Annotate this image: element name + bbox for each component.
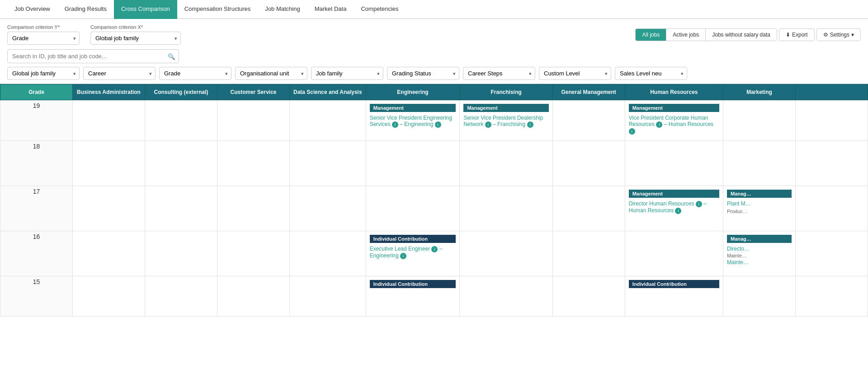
general-management-header: General Management	[552, 84, 625, 100]
data-science-header: Data Science and Analysis	[290, 84, 366, 100]
info-icon-7[interactable]: i	[696, 201, 702, 207]
export-button[interactable]: ⬇ Export	[779, 28, 815, 41]
job-sub-franchising: – Franchising	[493, 121, 525, 127]
job-link-svp-engineering[interactable]: Senior Vice President Engineering Servic…	[370, 114, 456, 129]
info-icon-9[interactable]: i	[431, 246, 438, 252]
info-icon-10[interactable]: i	[400, 253, 406, 259]
cell-17-more	[795, 186, 868, 231]
job-family-filter: Job family	[311, 67, 383, 80]
grade-filter: Grade	[159, 67, 231, 80]
cell-17-business-admin	[73, 186, 145, 231]
grade-select[interactable]: Grade	[159, 67, 231, 80]
sales-level-select[interactable]: Sales Level neu	[615, 67, 687, 80]
job-link-director-hr[interactable]: Director Human Resources i – Human Resou…	[629, 200, 719, 215]
cell-18-more	[795, 141, 868, 186]
marketing-16-sub1: Mainte…	[727, 253, 792, 258]
settings-button[interactable]: ⚙ Settings ▾	[816, 28, 861, 41]
management-badge: Management	[370, 104, 456, 112]
criteria-x-group: Comparison criterion X* Global job famil…	[90, 24, 181, 45]
org-unit-select[interactable]: Organisational unit	[235, 67, 307, 80]
global-job-family-filter: Global job family	[7, 67, 80, 80]
job-link-vp-hr[interactable]: Vice President Corporate Human Resources…	[629, 114, 719, 135]
cell-19-general-management	[552, 100, 625, 141]
hr-19-content: Management Vice President Corporate Huma…	[627, 102, 721, 137]
table-row: 15 Individual Contribution Individual Co…	[0, 276, 868, 317]
nav-tab-job-matching[interactable]: Job Matching	[258, 0, 307, 19]
criteria-x-select[interactable]: Global job family	[90, 32, 181, 45]
cell-15-general-management	[552, 276, 625, 317]
cell-16-general-management	[552, 231, 625, 276]
cell-19-engineering: Management Senior Vice President Enginee…	[366, 100, 460, 141]
cell-15-marketing	[723, 276, 795, 317]
search-input[interactable]	[7, 49, 179, 63]
job-link-plant-m[interactable]: Plant M…	[727, 200, 792, 208]
individual-contribution-badge-hr-15: Individual Contribution	[629, 280, 719, 288]
toolbar: Comparison criterion Y* Grade Comparison…	[0, 19, 868, 84]
grade-cell-15: 15	[0, 276, 73, 317]
info-icon-3[interactable]: i	[485, 121, 491, 128]
marketing-17-sub: Produc…	[727, 209, 748, 214]
management-badge-hr: Management	[629, 104, 719, 112]
filter-active-jobs[interactable]: Active jobs	[666, 29, 706, 41]
criteria-x-label: Comparison criterion X*	[90, 24, 181, 30]
cell-15-business-admin	[73, 276, 145, 317]
info-icon-8[interactable]: i	[675, 208, 681, 214]
info-icon[interactable]: i	[392, 121, 398, 128]
engineering-19-content: Management Senior Vice President Enginee…	[368, 102, 458, 130]
career-select[interactable]: Career	[83, 67, 156, 80]
human-resources-header: Human Resources	[625, 84, 723, 100]
grading-status-select[interactable]: Grading Status	[387, 67, 459, 80]
info-icon-5[interactable]: i	[656, 121, 662, 128]
info-icon-2[interactable]: i	[435, 121, 441, 128]
management-badge-franchising: Management	[463, 104, 548, 112]
nav-tab-grading-results[interactable]: Grading Results	[57, 0, 114, 19]
criteria-y-group: Comparison criterion Y* Grade	[7, 24, 80, 45]
nav-tab-cross-comparison[interactable]: Cross Comparison	[114, 0, 177, 19]
cell-15-data-science	[290, 276, 366, 317]
settings-label: Settings	[830, 32, 849, 38]
job-link-svp-dealership[interactable]: Senior Vice President Dealership Network…	[463, 114, 548, 129]
cell-16-consulting	[145, 231, 217, 276]
career-steps-select[interactable]: Career Steps	[463, 67, 535, 80]
job-link-directo[interactable]: Directo…	[727, 245, 792, 253]
cell-16-more	[795, 231, 868, 276]
cell-17-general-management	[552, 186, 625, 231]
nav-tab-compensation-structures[interactable]: Compensation Structures	[177, 0, 258, 19]
nav-tab-market-data[interactable]: Market Data	[307, 0, 354, 19]
job-link-mainte[interactable]: Mainte…	[727, 258, 792, 266]
cell-17-consulting	[145, 186, 217, 231]
search-row: 🔍	[7, 49, 861, 63]
job-sub-hr: – Human Resources	[664, 121, 713, 127]
marketing-16-content: Manag… Directo… Mainte… Mainte…	[725, 233, 793, 268]
cell-18-engineering	[366, 141, 460, 186]
search-icon-button[interactable]: 🔍	[168, 53, 175, 60]
engineering-16-content: Individual Contribution Executive Lead E…	[368, 233, 458, 262]
cell-15-customer-service	[217, 276, 290, 317]
nav-tab-job-overview[interactable]: Job Overview	[7, 0, 57, 19]
grade-cell-19: 19	[0, 100, 73, 141]
filter-row: Global job family Career Grade Organisat…	[7, 67, 861, 80]
cell-18-business-admin	[73, 141, 145, 186]
custom-level-select[interactable]: Custom Level	[539, 67, 611, 80]
cell-18-consulting	[145, 141, 217, 186]
business-admin-header: Business Administration	[73, 84, 145, 100]
criteria-y-select[interactable]: Grade	[7, 32, 80, 45]
job-link-exec-lead-engineer[interactable]: Executive Lead Engineer i – Engineering …	[370, 245, 456, 260]
filter-no-salary[interactable]: Jobs without salary data	[706, 29, 777, 41]
global-job-family-select[interactable]: Global job family	[7, 67, 80, 80]
management-badge-marketing-16: Manag…	[727, 235, 792, 243]
search-icon: 🔍	[168, 53, 175, 60]
cell-19-data-science	[290, 100, 366, 141]
org-unit-filter: Organisational unit	[235, 67, 307, 80]
cell-17-engineering	[366, 186, 460, 231]
cell-18-marketing	[723, 141, 795, 186]
nav-tab-competencies[interactable]: Competencies	[354, 0, 406, 19]
filter-all-jobs[interactable]: All jobs	[636, 29, 666, 41]
table-row: 19 Management Senior Vice President Engi…	[0, 100, 868, 141]
job-family-select[interactable]: Job family	[311, 67, 383, 80]
info-icon-4[interactable]: i	[527, 121, 533, 128]
criteria-y-label: Comparison criterion Y*	[7, 24, 80, 30]
info-icon-6[interactable]: i	[629, 128, 635, 135]
top-navigation: Job Overview Grading Results Cross Compa…	[0, 0, 868, 19]
hr-17-content: Management Director Human Resources i – …	[627, 188, 721, 217]
